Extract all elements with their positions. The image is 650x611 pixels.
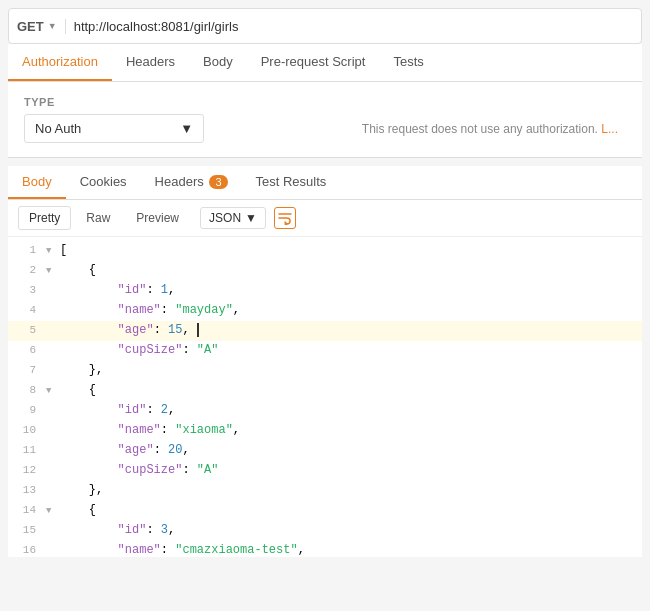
line-expand-icon [46, 481, 58, 501]
line-content: "cupSize": "A" [58, 461, 642, 481]
line-number: 1 [8, 241, 46, 261]
line-number: 16 [8, 541, 46, 557]
line-number: 10 [8, 421, 46, 441]
method-dropdown[interactable]: GET ▼ [17, 19, 66, 34]
line-expand-icon [46, 421, 58, 441]
line-expand-icon [46, 281, 58, 301]
code-line: 3 "id": 1, [8, 281, 642, 301]
line-number: 5 [8, 321, 46, 341]
format-value: JSON [209, 211, 241, 225]
line-content: { [58, 381, 642, 401]
code-line: 13 }, [8, 481, 642, 501]
line-content: "name": "xiaoma", [58, 421, 642, 441]
line-expand-icon[interactable]: ▼ [46, 501, 58, 521]
res-tab-testresults[interactable]: Test Results [242, 166, 341, 199]
code-area[interactable]: 1▼[2▼ {3 "id": 1,4 "name": "mayday",5 "a… [8, 237, 642, 557]
res-tab-headers[interactable]: Headers 3 [141, 166, 242, 199]
line-number: 9 [8, 401, 46, 421]
line-number: 7 [8, 361, 46, 381]
line-number: 3 [8, 281, 46, 301]
line-content: }, [58, 481, 642, 501]
code-line: 6 "cupSize": "A" [8, 341, 642, 361]
tab-headers[interactable]: Headers [112, 44, 189, 81]
line-content: "id": 1, [58, 281, 642, 301]
code-line: 5 "age": 15, [8, 321, 642, 341]
request-tabs: Authorization Headers Body Pre-request S… [8, 44, 642, 82]
line-number: 13 [8, 481, 46, 501]
wrap-button[interactable] [274, 207, 296, 229]
line-expand-icon [46, 441, 58, 461]
format-select[interactable]: JSON ▼ [200, 207, 266, 229]
line-number: 15 [8, 521, 46, 541]
auth-info: This request does not use any authorizat… [212, 122, 626, 136]
auth-row: No Auth ▼ This request does not use any … [24, 114, 626, 143]
line-expand-icon [46, 521, 58, 541]
tab-prerequest[interactable]: Pre-request Script [247, 44, 380, 81]
raw-button[interactable]: Raw [75, 206, 121, 230]
line-content: "id": 3, [58, 521, 642, 541]
code-line: 8▼ { [8, 381, 642, 401]
line-expand-icon[interactable]: ▼ [46, 381, 58, 401]
code-line: 10 "name": "xiaoma", [8, 421, 642, 441]
code-line: 4 "name": "mayday", [8, 301, 642, 321]
line-content: [ [58, 241, 642, 261]
format-chevron-icon: ▼ [245, 211, 257, 225]
line-expand-icon[interactable]: ▼ [46, 241, 58, 261]
url-bar: GET ▼ [8, 8, 642, 44]
line-content: "cupSize": "A" [58, 341, 642, 361]
res-tab-body[interactable]: Body [8, 166, 66, 199]
line-expand-icon [46, 341, 58, 361]
code-line: 11 "age": 20, [8, 441, 642, 461]
line-number: 2 [8, 261, 46, 281]
headers-badge: 3 [209, 175, 227, 189]
line-content: "name": "mayday", [58, 301, 642, 321]
tab-authorization[interactable]: Authorization [8, 44, 112, 81]
line-content: "id": 2, [58, 401, 642, 421]
tab-body[interactable]: Body [189, 44, 247, 81]
line-number: 6 [8, 341, 46, 361]
auth-panel: TYPE No Auth ▼ This request does not use… [8, 82, 642, 158]
line-number: 14 [8, 501, 46, 521]
line-number: 11 [8, 441, 46, 461]
line-content: "age": 20, [58, 441, 642, 461]
url-input[interactable] [74, 19, 633, 34]
format-toolbar: Pretty Raw Preview JSON ▼ [8, 200, 642, 237]
code-line: 7 }, [8, 361, 642, 381]
code-line: 14▼ { [8, 501, 642, 521]
line-content: }, [58, 361, 642, 381]
auth-type-select[interactable]: No Auth ▼ [24, 114, 204, 143]
code-line: 9 "id": 2, [8, 401, 642, 421]
line-content: "age": 15, [58, 321, 642, 341]
res-tab-cookies[interactable]: Cookies [66, 166, 141, 199]
line-expand-icon [46, 541, 58, 557]
line-number: 4 [8, 301, 46, 321]
tab-tests[interactable]: Tests [379, 44, 437, 81]
line-expand-icon [46, 361, 58, 381]
line-expand-icon [46, 321, 58, 341]
code-line: 15 "id": 3, [8, 521, 642, 541]
line-expand-icon [46, 401, 58, 421]
line-content: { [58, 501, 642, 521]
code-line: 2▼ { [8, 261, 642, 281]
code-line: 12 "cupSize": "A" [8, 461, 642, 481]
pretty-button[interactable]: Pretty [18, 206, 71, 230]
line-expand-icon [46, 461, 58, 481]
line-content: "name": "cmazxiaoma-test", [58, 541, 642, 557]
code-line: 16 "name": "cmazxiaoma-test", [8, 541, 642, 557]
method-label: GET [17, 19, 44, 34]
response-section: Body Cookies Headers 3 Test Results Pret… [8, 166, 642, 557]
type-label: TYPE [24, 96, 626, 108]
auth-type-value: No Auth [35, 121, 81, 136]
auth-select-chevron-icon: ▼ [180, 121, 193, 136]
text-cursor [190, 323, 199, 337]
code-line: 1▼[ [8, 241, 642, 261]
response-tabs: Body Cookies Headers 3 Test Results [8, 166, 642, 200]
line-expand-icon[interactable]: ▼ [46, 261, 58, 281]
line-number: 8 [8, 381, 46, 401]
preview-button[interactable]: Preview [125, 206, 190, 230]
line-expand-icon [46, 301, 58, 321]
line-content: { [58, 261, 642, 281]
method-chevron-icon: ▼ [48, 21, 57, 31]
line-number: 12 [8, 461, 46, 481]
learn-more-link[interactable]: L... [601, 122, 618, 136]
